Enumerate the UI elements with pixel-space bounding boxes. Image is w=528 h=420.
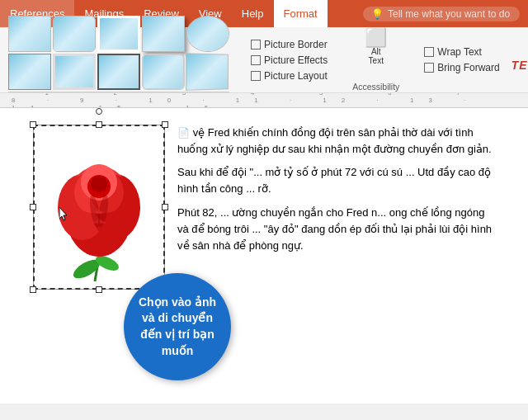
watermark-text: TECHRUM [512,59,528,72]
picture-border-btn[interactable]: Picture Border [248,38,331,51]
picture-style-8[interactable] [97,54,140,90]
rose-svg [41,133,157,281]
picture-style-1[interactable] [8,16,51,52]
tooltip-text: Chọn vào ảnh và di chuyển đến vị trí bạn… [136,295,219,359]
handle-middle-right[interactable] [162,204,168,210]
selected-image-container[interactable] [33,125,165,290]
accessibility-label: Accessibility [352,67,399,92]
lightbulb-icon: 💡 [371,8,384,20]
tab-help[interactable]: Help [232,0,274,27]
wrap-text-btn[interactable]: Wrap Text [421,45,502,59]
handle-middle-left[interactable] [30,204,36,210]
picture-style-9[interactable] [142,54,185,90]
text-content: 📄 vệ Fred khiến chính đồng đội trên sân … [177,125,495,261]
tab-format[interactable]: Format [274,0,328,27]
handle-top-right[interactable] [162,121,168,128]
picture-effects-label: Picture Effects [264,54,328,66]
alt-text-icon: ⬜ [365,29,387,47]
search-bar[interactable]: 💡 [363,7,520,21]
bring-forward-label: Bring Forward [437,62,499,73]
picture-layout-btn[interactable]: Picture Layout [248,69,331,83]
bring-forward-btn[interactable]: Bring Forward [421,61,502,74]
handle-top-middle[interactable] [96,121,102,128]
paragraph-1: 📄 vệ Fred khiến chính đồng đội trên sân … [177,125,495,158]
tooltip-bubble: Chọn vào ảnh và di chuyển đến vị trí bạn… [124,273,231,380]
picture-style-2[interactable] [53,16,96,52]
forward-icon [424,63,434,73]
layout-icon [251,71,261,81]
svg-marker-0 [59,207,67,220]
rose-image [33,125,165,290]
paragraph-3: Phút 82, ... ường chuyền ngắn cho Fred n… [177,205,495,254]
picture-layout-label: Picture Layout [264,70,328,82]
alt-text-label[interactable]: Alt Text [369,47,384,65]
paragraph-2: Sau khi để đội "... mở tỷ số ở phút 72 v… [177,164,495,197]
picture-border-label: Picture Border [264,39,328,50]
check-icon [251,40,261,50]
svg-point-15 [91,176,107,192]
effects-icon [251,55,261,65]
picture-effects-btn[interactable]: Picture Effects [248,54,331,67]
ruler: · 1 · 2 · 3 · 4 · 5 · 6 · 7 · 8 · 9 · 10… [0,93,528,108]
ruler-content: · 1 · 2 · 3 · 4 · 5 · 6 · 7 · 8 · 9 · 10… [3,93,525,108]
picture-style-10[interactable] [186,53,229,91]
handle-rotate[interactable] [96,108,102,115]
handle-top-left[interactable] [30,121,36,128]
picture-style-5[interactable] [186,16,229,52]
picture-style-6[interactable] [8,54,51,90]
format-toolbar: Picture Styles Picture Border Picture Ef… [0,27,528,93]
picture-style-3[interactable] [97,16,140,52]
cursor-pointer [59,207,69,222]
wrap-icon [424,47,434,57]
search-input[interactable] [388,8,512,20]
wrap-text-label: Wrap Text [437,46,482,58]
handle-bottom-middle[interactable] [96,286,102,293]
document-area: 📄 vệ Fred khiến chính đồng đội trên sân … [0,108,528,403]
picture-style-7[interactable] [53,54,96,90]
picture-style-4[interactable] [142,16,185,52]
handle-bottom-left[interactable] [30,286,36,293]
